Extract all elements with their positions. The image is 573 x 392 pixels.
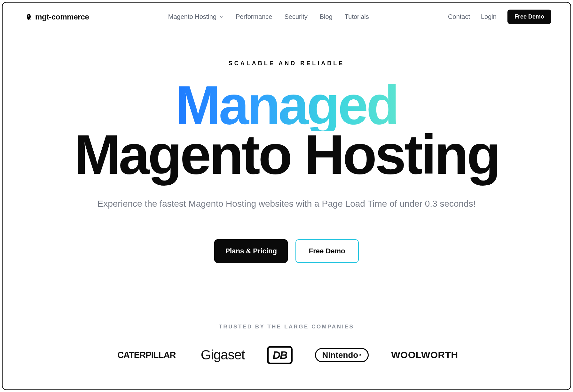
rocket-icon <box>25 13 33 21</box>
nav-center: Magento Hosting Performance Security Blo… <box>168 13 369 20</box>
nav-item-tutorials[interactable]: Tutorials <box>345 13 369 20</box>
nav-item-magento-hosting[interactable]: Magento Hosting <box>168 13 224 20</box>
nav-item-label: Blog <box>320 13 333 20</box>
logo-db: DB <box>267 346 292 364</box>
nav-item-performance[interactable]: Performance <box>236 13 272 20</box>
registered-mark: ® <box>359 353 361 357</box>
nav-free-demo-button[interactable]: Free Demo <box>507 10 551 24</box>
nav-item-label: Security <box>285 13 308 20</box>
nav-item-label: Tutorials <box>345 13 369 20</box>
hero-eyebrow: SCALABLE AND RELIABLE <box>3 60 570 67</box>
company-logos: CATERPILLAR Gigaset DB Nintendo® WOOLWOR… <box>3 346 570 364</box>
brand-logo[interactable]: mgt-commerce <box>25 12 89 21</box>
hero-cta-row: Plans & Pricing Free Demo <box>3 239 570 263</box>
plans-pricing-button[interactable]: Plans & Pricing <box>214 239 287 263</box>
logo-nintendo: Nintendo® <box>315 348 369 362</box>
hero-title-magento: Magento Hosting <box>3 128 570 181</box>
hero-title: Managed Magento Hosting <box>3 80 570 181</box>
hero-subtitle: Experience the fastest Magento Hosting w… <box>3 199 570 209</box>
nav-contact[interactable]: Contact <box>448 13 470 20</box>
nav-item-label: Performance <box>236 13 272 20</box>
hero-section: SCALABLE AND RELIABLE Managed Magento Ho… <box>3 31 570 364</box>
nav-item-label: Magento Hosting <box>168 13 216 20</box>
navbar: mgt-commerce Magento Hosting Performance… <box>3 3 570 31</box>
trusted-label: TRUSTED BY THE LARGE COMPANIES <box>3 324 570 330</box>
trusted-section: TRUSTED BY THE LARGE COMPANIES CATERPILL… <box>3 324 570 364</box>
logo-caterpillar: CATERPILLAR <box>117 350 176 360</box>
nav-item-security[interactable]: Security <box>285 13 308 20</box>
chevron-down-icon <box>219 15 224 19</box>
nav-item-blog[interactable]: Blog <box>320 13 333 20</box>
logo-nintendo-text: Nintendo <box>322 350 358 360</box>
nav-login[interactable]: Login <box>481 13 497 20</box>
free-demo-button[interactable]: Free Demo <box>295 239 359 263</box>
logo-woolworth: WOOLWORTH <box>391 350 458 360</box>
brand-name: mgt-commerce <box>35 12 89 21</box>
nav-right: Contact Login Free Demo <box>448 10 551 24</box>
logo-gigaset: Gigaset <box>201 347 245 363</box>
